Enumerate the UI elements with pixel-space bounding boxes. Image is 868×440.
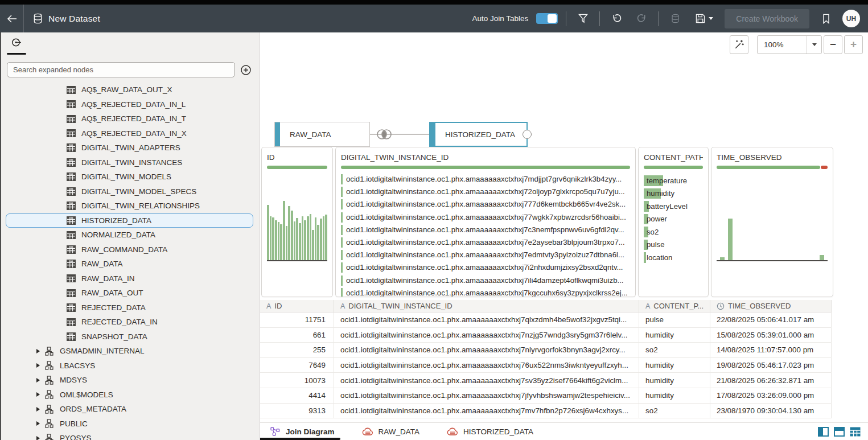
tree-item-digital-twin-models[interactable]: DIGITAL_TWIN_MODELS — [1, 170, 259, 184]
grid-row[interactable]: 7649ocid1.iotdigitaltwininstance.oc1.phx… — [260, 358, 832, 373]
histogram-bar[interactable] — [272, 217, 274, 260]
histogram-bar[interactable] — [280, 224, 282, 260]
undo-button[interactable] — [608, 10, 625, 27]
expand-arrow-icon[interactable] — [36, 436, 44, 440]
tree-item-raw-data-out[interactable]: RAW_DATA_OUT — [1, 286, 259, 301]
auto-layout-button[interactable] — [730, 35, 748, 54]
tab-raw-data[interactable]: RAW_DATA — [362, 423, 420, 440]
tree-item-digital-twin-relationships[interactable]: DIGITAL_TWIN_RELATIONSHIPS — [1, 199, 259, 213]
save-button[interactable] — [692, 10, 717, 27]
tree-item-raw-data[interactable]: RAW_DATA — [1, 257, 259, 272]
histogram-bar[interactable] — [283, 201, 285, 261]
histogram-bar[interactable] — [310, 214, 312, 260]
frequency-row[interactable]: batteryLevel — [644, 200, 703, 213]
sample-value[interactable]: ocid1.iotdigitaltwininstance.oc1.phx.ama… — [341, 262, 630, 273]
expand-arrow-icon[interactable] — [36, 349, 44, 353]
dataset-actions-button[interactable] — [667, 10, 684, 27]
data-quality-bar[interactable] — [267, 166, 327, 169]
tree-item-public[interactable]: PUBLIC — [1, 417, 259, 431]
user-avatar[interactable]: UH — [842, 10, 860, 27]
histogram-bar[interactable] — [291, 211, 293, 260]
tree-item-digital-twin-adapters[interactable]: DIGITAL_TWIN_ADAPTERS — [1, 141, 259, 155]
profile-card-time_observed[interactable]: TIME_OBSERVED — [711, 147, 833, 297]
grid-row[interactable]: 4414ocid1.iotdigitaltwininstance.oc1.phx… — [260, 388, 832, 404]
redo-button[interactable] — [633, 10, 650, 27]
tree-item-oml-models[interactable]: OML$MODELS — [1, 388, 259, 402]
layout-grid-button[interactable] — [850, 427, 861, 437]
tree-item-gsmadmin-internal[interactable]: GSMADMIN_INTERNAL — [1, 344, 259, 359]
histogram-bar[interactable] — [267, 205, 269, 260]
frequency-row[interactable]: temperature — [644, 174, 703, 187]
frequency-row[interactable]: location — [644, 251, 703, 264]
tree-item-raw-data-in[interactable]: RAW_DATA_IN — [1, 272, 259, 286]
tree-item-ords-metadata[interactable]: ORDS_METADATA — [1, 402, 259, 417]
histogram-bar[interactable] — [317, 225, 319, 260]
node-connection-handle[interactable] — [523, 130, 532, 139]
sample-value[interactable]: ocid1.iotdigitaltwininstance.oc1.phx.ama… — [341, 199, 630, 209]
sample-value[interactable]: ocid1.iotdigitaltwininstance.oc1.phx.ama… — [341, 288, 630, 297]
histogram-bar[interactable] — [307, 216, 309, 260]
tree-item-normalized-data[interactable]: NORMALIZED_DATA — [1, 228, 259, 242]
histogram-bar[interactable] — [270, 216, 272, 260]
frequency-row[interactable]: so2 — [644, 225, 703, 238]
zoom-out-button[interactable]: – — [824, 35, 842, 54]
profile-card-content_path[interactable]: CONTENT_PATHtemperaturehumiditybatteryLe… — [638, 147, 709, 297]
tree-item-mdsys[interactable]: MDSYS — [1, 373, 259, 388]
grid-column-header-content-p-[interactable]: ACONTENT_P... — [639, 300, 710, 312]
frequency-row[interactable]: pulse — [644, 238, 703, 252]
tree-item-historized-data[interactable]: HISTORIZED_DATA — [1, 213, 259, 228]
auto-join-toggle[interactable] — [536, 13, 558, 24]
tree-item-aq-rejected-data-in-t[interactable]: AQ$_REJECTED_DATA_IN_T — [1, 112, 259, 126]
tree-item-raw-command-data[interactable]: RAW_COMMAND_DATA — [1, 242, 259, 257]
expand-arrow-icon[interactable] — [36, 407, 44, 412]
histogram-bar[interactable] — [320, 219, 322, 260]
histogram-bar[interactable] — [720, 257, 725, 261]
tree-item-rejected-data-in[interactable]: REJECTED_DATA_IN — [1, 315, 259, 330]
expand-arrow-icon[interactable] — [36, 363, 44, 368]
histogram-bar[interactable] — [299, 223, 301, 260]
bookmark-button[interactable] — [817, 10, 834, 27]
frequency-row[interactable]: humidity — [644, 187, 703, 200]
zoom-level-select[interactable]: 100% — [757, 35, 822, 54]
sample-value[interactable]: ocid1.iotdigitaltwininstance.oc1.phx.ama… — [341, 275, 630, 286]
sample-value[interactable]: ocid1.iotdigitaltwininstance.oc1.phx.ama… — [341, 237, 630, 248]
grid-column-header-digital-twin-instance-id[interactable]: ADIGITAL_TWIN_INSTANCE_ID — [334, 300, 639, 312]
tree-item-digital-twin-model-specs[interactable]: DIGITAL_TWIN_MODEL_SPECS — [1, 184, 259, 199]
histogram-bar[interactable] — [296, 218, 298, 260]
sample-value[interactable]: ocid1.iotdigitaltwininstance.oc1.phx.ama… — [341, 225, 630, 235]
histogram-bar[interactable] — [286, 226, 288, 261]
zoom-in-button[interactable]: + — [844, 35, 863, 54]
expand-arrow-icon[interactable] — [36, 421, 44, 426]
sample-value[interactable]: ocid1.iotdigitaltwininstance.oc1.phx.ama… — [341, 212, 630, 223]
sample-value[interactable]: ocid1.iotdigitaltwininstance.oc1.phx.ama… — [341, 187, 630, 197]
layout-left-panel-button[interactable] — [818, 427, 829, 437]
filter-button[interactable] — [574, 10, 591, 27]
histogram-bar[interactable] — [275, 220, 277, 260]
histogram-bar[interactable] — [294, 221, 296, 260]
tree-item-pyqsys[interactable]: PYQSYS — [1, 431, 259, 440]
data-quality-bar[interactable] — [644, 166, 703, 169]
histogram-bar[interactable] — [312, 230, 314, 260]
grid-row[interactable]: 11751ocid1.iotdigitaltwininstance.oc1.ph… — [260, 312, 832, 328]
add-connection-button[interactable] — [240, 64, 252, 76]
layout-top-panel-button[interactable] — [834, 427, 845, 437]
data-quality-bar[interactable] — [341, 166, 630, 169]
grid-row[interactable]: 255ocid1.iotdigitaltwininstance.oc1.phx.… — [260, 343, 832, 358]
grid-column-header-time-observed[interactable]: TIME_OBSERVED — [710, 300, 832, 312]
data-quality-bar[interactable] — [717, 166, 828, 169]
tree-item-digital-twin-instances[interactable]: DIGITAL_TWIN_INSTANCES — [1, 155, 259, 170]
tree-item-aq-rejected-data-in-x[interactable]: AQ$_REJECTED_DATA_IN_X — [1, 126, 259, 141]
sample-value[interactable]: ocid1.iotdigitaltwininstance.oc1.phx.ama… — [341, 250, 630, 260]
histogram-bar[interactable] — [278, 222, 280, 260]
frequency-row[interactable]: power — [644, 213, 703, 226]
histogram-bar[interactable] — [288, 206, 290, 260]
tree-item-snapshot-data[interactable]: SNAPSHOT_DATA — [1, 330, 259, 344]
inner-join-icon[interactable] — [375, 126, 393, 145]
tree-item-aq-raw-data-out-x[interactable]: AQ$_RAW_DATA_OUT_X — [1, 83, 259, 97]
create-workbook-button[interactable]: Create Workbook — [725, 9, 809, 28]
search-input[interactable] — [7, 62, 235, 77]
histogram-bar[interactable] — [820, 255, 824, 260]
diagram-node-historized-data[interactable]: HISTORIZED_DATA — [429, 122, 528, 147]
tab-join-diagram[interactable]: Join Diagram — [270, 423, 335, 440]
expand-arrow-icon[interactable] — [36, 378, 44, 383]
